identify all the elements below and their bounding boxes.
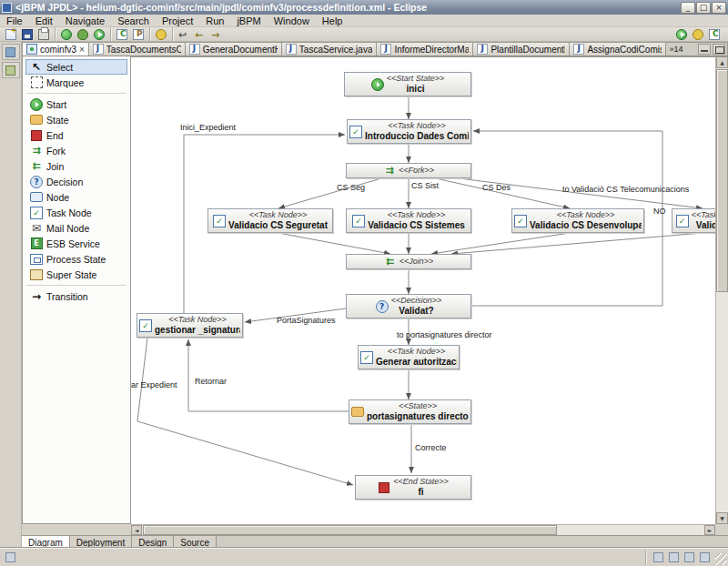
debug-button[interactable] — [75, 27, 91, 41]
window-close-button[interactable] — [712, 2, 726, 14]
transition-label[interactable]: to Validació CS Telecomunicacions — [562, 185, 689, 194]
menu-run[interactable]: Run — [199, 15, 230, 27]
editor-tab[interactable]: PlantillaDocumentDao — [473, 43, 570, 56]
new-java-class-button[interactable] — [706, 27, 723, 41]
scroll-up-icon[interactable]: ▲ — [716, 56, 728, 68]
scroll-left-icon[interactable]: ◄ — [131, 525, 142, 535]
window-maximize-button[interactable] — [696, 2, 711, 14]
resize-grip[interactable] — [715, 553, 727, 565]
external-tools-button[interactable] — [58, 27, 75, 41]
new-java-class-button[interactable] — [114, 27, 130, 41]
palette-item-cursor[interactable]: Select — [25, 59, 127, 75]
heap-monitor-button[interactable] — [697, 551, 713, 565]
diagram-canvas[interactable]: <<Start State>>inici<<Task Node>>Introdu… — [131, 56, 715, 524]
node-gestionar-signatura[interactable]: <<Task Node>>gestionar _signatura — [136, 313, 243, 338]
menu-jbpm[interactable]: jBPM — [230, 15, 267, 27]
save-button[interactable] — [19, 27, 35, 41]
transition-label[interactable]: Inici_Expedient — [180, 123, 236, 132]
new-java-package-button[interactable] — [130, 27, 147, 41]
transition-label[interactable]: Retornar — [195, 377, 227, 386]
node-inici[interactable]: <<Start State>>inici — [344, 72, 471, 96]
palette-item-process-state[interactable]: Process State — [25, 251, 127, 267]
menu-search[interactable]: Search — [111, 15, 156, 27]
horizontal-scroll-thumb[interactable] — [143, 525, 557, 535]
palette-item-start[interactable]: Start — [25, 96, 127, 112]
fast-view-button[interactable] — [3, 551, 18, 565]
last-edit-button[interactable] — [176, 27, 192, 41]
editor-tab[interactable]: InformeDirectorMailH — [377, 43, 473, 56]
editor-tab[interactable]: TascaDocumentsContro — [89, 43, 186, 56]
node-portasignatures-director[interactable]: <<State>>portasignatures director — [349, 399, 471, 424]
node-introduccio-dades-comissio[interactable]: <<Task Node>>Introduccio Dades Comissio — [347, 119, 471, 144]
synchronize-button[interactable] — [666, 551, 682, 565]
menu-navigate[interactable]: Navigate — [59, 15, 111, 27]
page-tab-deployment[interactable]: Deployment — [70, 536, 132, 549]
palette-item-fork[interactable]: Fork — [25, 143, 127, 158]
page-tab-design[interactable]: Design — [132, 536, 174, 549]
new-wizard-button[interactable] — [3, 27, 19, 41]
scroll-right-icon[interactable]: ► — [704, 525, 715, 535]
palette-item-task-node[interactable]: Task Node — [25, 205, 127, 220]
back-button[interactable] — [192, 27, 208, 41]
transition-edge-portasignatures-to-gestionar[interactable] — [188, 339, 349, 411]
vertical-scrollbar[interactable]: ▲ ▼ — [715, 56, 728, 524]
transition-label[interactable]: CS Sist — [411, 181, 439, 190]
print-button[interactable] — [35, 27, 52, 41]
palette-item-end[interactable]: End — [25, 127, 127, 143]
palette-item-state[interactable]: State — [25, 112, 127, 127]
menu-edit[interactable]: Edit — [29, 15, 59, 27]
editor-tab-overflow[interactable]: »14 — [666, 45, 685, 54]
page-tab-diagram[interactable]: Diagram — [22, 536, 70, 549]
transition-label[interactable]: NO — [653, 207, 666, 216]
editor-tab[interactable]: TascaService.java — [282, 43, 378, 56]
editor-tab[interactable]: GeneraDocumentHandle — [186, 43, 282, 56]
palette-item-transition[interactable]: Transition — [25, 288, 127, 304]
transition-edge-seguretat-to-join[interactable] — [278, 233, 390, 254]
menu-project[interactable]: Project — [156, 15, 199, 27]
run-button[interactable] — [673, 27, 690, 41]
progress-button[interactable] — [682, 551, 697, 565]
node-fi[interactable]: <<End State>>fi — [355, 475, 471, 500]
palette-item-decision[interactable]: Decision — [25, 174, 127, 189]
page-tab-source[interactable]: Source — [174, 536, 217, 549]
forward-button[interactable] — [208, 27, 225, 41]
palette-item-mail-node[interactable]: Mail Node — [25, 220, 127, 236]
transition-label[interactable]: Correcte — [415, 443, 447, 452]
search-button[interactable] — [153, 27, 169, 41]
palette-item-marquee[interactable]: Marquee — [25, 75, 127, 90]
minimize-editor-icon[interactable] — [698, 44, 711, 55]
palette-item-super-state[interactable]: Super State — [25, 267, 127, 282]
node-validacio-cs-seguretat[interactable]: <<Task Node>>Validacio CS Seguretat — [207, 208, 333, 233]
menu-window[interactable]: Window — [268, 15, 316, 27]
menu-help[interactable]: Help — [316, 15, 349, 27]
palette-item-esb-service[interactable]: ESB Service — [25, 236, 127, 251]
console-button[interactable] — [651, 551, 666, 565]
palette-item-node[interactable]: Node — [25, 189, 127, 205]
maximize-editor-icon[interactable] — [713, 44, 725, 55]
node-join[interactable]: <<Join>> — [346, 254, 471, 269]
transition-label[interactable]: CS Des — [482, 183, 511, 192]
window-minimize-button[interactable] — [681, 2, 695, 14]
palette-item-join[interactable]: Join — [25, 158, 127, 174]
jpdl-perspective-button[interactable] — [2, 62, 20, 78]
vertical-scroll-thumb[interactable] — [716, 69, 728, 292]
transition-label[interactable]: ar Expedient — [131, 380, 177, 389]
horizontal-scrollbar[interactable]: ◄ ► — [131, 524, 715, 535]
node-validacio-cs-telecomunicacions[interactable]: <<Task Node>>Validació C — [672, 208, 715, 233]
transition-label[interactable]: PortaSignatures — [277, 316, 336, 325]
transition-label[interactable]: to portasignatures director — [397, 330, 492, 339]
open-perspective-button[interactable] — [2, 44, 20, 60]
transition-edge-telecomunicacions-to-join[interactable] — [451, 233, 703, 254]
search-button[interactable] — [690, 27, 706, 41]
editor-tab[interactable]: cominfv3 — [23, 43, 89, 56]
editor-tab[interactable]: AssignaCodiComissioH — [570, 43, 666, 56]
node-fork[interactable]: <<Fork>> — [346, 163, 471, 178]
node-validat[interactable]: <<Decision>>Validat? — [346, 294, 471, 318]
transition-label[interactable]: CS Seg — [337, 183, 365, 192]
transition-edge-desenvolupament-to-join[interactable] — [431, 233, 570, 254]
node-validacio-cs-desenvolupament[interactable]: <<Task Node>>Validacio CS Desenvolupamen… — [511, 208, 644, 233]
close-tab-icon[interactable] — [79, 45, 85, 55]
node-generar-autoritzacio[interactable]: <<Task Node>>Generar autorització — [358, 345, 460, 369]
scroll-down-icon[interactable]: ▼ — [716, 512, 728, 524]
transition-edge-fork-to-seguretat[interactable] — [278, 178, 381, 208]
